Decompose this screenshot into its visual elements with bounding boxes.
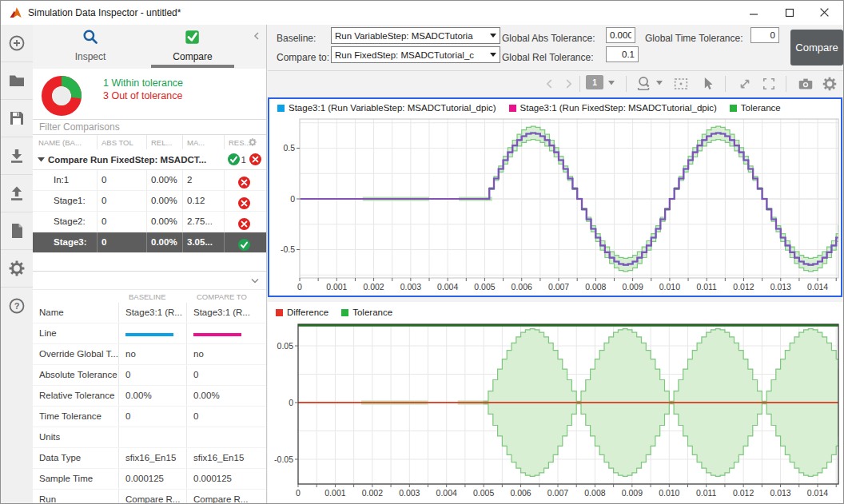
property-compare-value: 0 [186, 365, 258, 385]
minimize-button[interactable] [735, 1, 771, 24]
global-time-tolerance-input[interactable] [750, 27, 779, 43]
help-button[interactable]: ? [1, 288, 33, 324]
expand-diagonal-icon [737, 76, 753, 92]
svg-text:0.013: 0.013 [770, 282, 791, 292]
comparison-row[interactable]: Stage1:00.00%0.12 [33, 191, 266, 212]
svg-text:0: 0 [290, 194, 295, 204]
result-cell [224, 170, 260, 190]
close-button[interactable] [806, 1, 842, 24]
compare-to-label: Compare to: [277, 52, 329, 63]
create-report-button[interactable] [1, 212, 33, 249]
baseline-select[interactable]: Run VariableStep: MSADCTutoria [331, 27, 500, 44]
column-header[interactable]: NAME (BA... [33, 135, 97, 149]
property-row[interactable]: Absolute Tolerance00 [33, 365, 266, 386]
column-header[interactable]: ABS TOL [97, 135, 146, 149]
property-label: Sample Time [33, 469, 118, 489]
property-row[interactable]: RunCompare R...Compare R... [33, 490, 266, 504]
comparison-summary: 1 Within tolerance 3 Out of tolerance [33, 69, 266, 119]
folder-icon [7, 71, 26, 90]
rel-tolerance-value: 0.00% [146, 232, 182, 252]
property-compare-value: sfix16_En15 [186, 448, 258, 468]
expand-caret-icon[interactable] [38, 157, 45, 162]
column-header[interactable]: REL... [146, 135, 182, 149]
column-header[interactable]: RES... [224, 135, 260, 149]
fullscreen-button[interactable] [758, 73, 779, 94]
export-button[interactable] [1, 175, 33, 212]
svg-text:0: 0 [296, 488, 301, 498]
property-label: Data Type [33, 448, 118, 468]
maximize-axes-button[interactable] [735, 73, 755, 94]
zoom-caret-icon[interactable] [656, 81, 663, 85]
property-baseline-value: 0.000125 [118, 469, 186, 489]
legend-swatch [276, 309, 283, 316]
property-label: Absolute Tolerance [33, 365, 118, 385]
property-row[interactable]: Time Tolerance00 [33, 407, 266, 427]
svg-text:0.006: 0.006 [510, 488, 531, 498]
plot-settings-button[interactable] [819, 73, 840, 94]
zoom-in-time-button[interactable] [634, 73, 655, 94]
properties-header[interactable]: Properties [33, 271, 266, 290]
magnifier-zoom-icon [635, 75, 653, 93]
legend-item: Tolerance [341, 308, 392, 317]
comparison-plot-canvas[interactable]: 00.0010.0020.0030.0040.0050.0060.0070.00… [269, 117, 841, 296]
snapshot-button[interactable] [795, 73, 816, 94]
filter-comparisons-input[interactable] [33, 119, 266, 135]
difference-plot[interactable]: DifferenceTolerance 00.0010.0020.0030.00… [268, 302, 843, 504]
property-row[interactable]: NameStage3:1 (R...Stage3:1 (R... [33, 303, 266, 323]
collapse-panel-chevron-icon[interactable] [252, 31, 261, 41]
gear-icon [821, 75, 838, 93]
compare-button[interactable]: Compare [790, 30, 843, 65]
table-settings-gear-icon[interactable] [248, 137, 257, 147]
column-header[interactable]: MA... [182, 135, 224, 149]
chevron-right-icon [563, 78, 574, 89]
difference-plot-canvas[interactable]: 00.0010.0020.0030.0040.0050.0060.0070.00… [268, 323, 843, 504]
property-row[interactable]: Override Global T...nono [33, 344, 266, 365]
legend-label: Tolerance [741, 103, 781, 113]
max-difference-value: 0.12 [182, 191, 224, 211]
compare-to-select[interactable]: Run FixedStep: MSADCTutorial_c [331, 46, 500, 63]
tab-inspect[interactable]: Inspect [46, 28, 134, 62]
legend-item: Difference [276, 308, 328, 317]
comparison-row[interactable]: Stage2:00.00%2.75... [33, 212, 266, 232]
toolbar-separator [786, 76, 786, 92]
next-comparison-button[interactable] [558, 73, 579, 94]
comparison-group-row[interactable]: Compare Run FixedStep: MSADCT...1 [33, 149, 266, 170]
toolbar-separator [579, 76, 580, 92]
maximize-button[interactable] [771, 1, 807, 24]
svg-text:0.007: 0.007 [547, 488, 568, 498]
add-run-button[interactable] [1, 25, 33, 62]
search-icon [82, 28, 99, 46]
svg-text:-0.5: -0.5 [281, 244, 295, 254]
svg-text:0.013: 0.013 [770, 488, 790, 498]
property-row[interactable]: Data Typesfix16_En15sfix16_En15 [33, 448, 266, 469]
baseline-column-header: BASELINE [129, 292, 165, 301]
comparison-plot[interactable]: Stage3:1 (Run VariableStep: MSADCTutoria… [268, 97, 842, 297]
property-row[interactable]: Line [33, 323, 266, 344]
layout-caret-icon[interactable] [608, 81, 615, 85]
signal-name: Stage2: [33, 212, 97, 232]
compare-line-swatch [193, 333, 241, 336]
comparison-row[interactable]: In:100.00%2 [33, 170, 266, 191]
fit-to-view-button[interactable] [671, 73, 691, 94]
pass-check-icon [228, 153, 240, 165]
open-button[interactable] [1, 62, 33, 99]
maximize-icon [785, 8, 794, 18]
property-row[interactable]: Relative Tolerance0.00%0.00% [33, 386, 266, 407]
preferences-button[interactable] [1, 250, 33, 287]
global-rel-tolerance-input[interactable] [606, 46, 639, 62]
baseline-line-swatch [125, 333, 173, 336]
comparison-row[interactable]: Stage3:00.00%3.05... [33, 232, 266, 253]
import-button[interactable] [1, 137, 33, 174]
simulation-data-inspector-window: Simulation Data Inspector - untitled* [0, 0, 844, 504]
property-row[interactable]: Units [33, 427, 266, 448]
svg-text:?: ? [14, 301, 20, 311]
property-row[interactable]: Sample Time0.0001250.000125 [33, 469, 266, 490]
property-label: Run [33, 490, 118, 504]
subplot-layout-button[interactable]: 1 [586, 75, 603, 89]
save-button[interactable] [1, 100, 33, 137]
pass-badge [238, 239, 250, 251]
legend-item: Stage3:1 (Run FixedStep: MSADCTutorial_d… [509, 103, 717, 113]
tab-compare[interactable]: Compare [149, 28, 237, 62]
global-abs-tolerance-input[interactable] [606, 27, 635, 43]
pointer-tool-button[interactable] [698, 73, 719, 94]
